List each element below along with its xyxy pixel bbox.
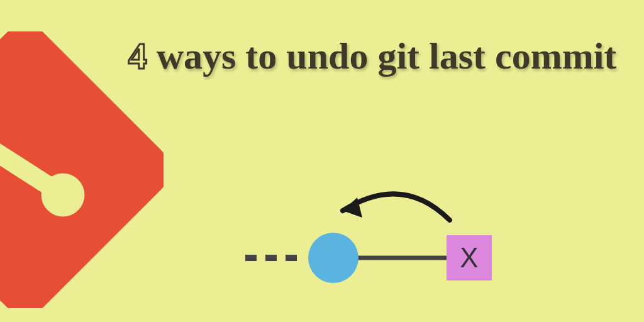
title-rest: ways to undo git last commit (147, 35, 617, 77)
undo-diagram: X (239, 176, 528, 302)
title-number: 4 (128, 35, 147, 77)
delete-label: X (460, 242, 478, 273)
svg-point-5 (42, 174, 84, 216)
page-title: 4 ways to undo git last commit (126, 35, 619, 78)
commit-circle-icon (308, 233, 358, 283)
